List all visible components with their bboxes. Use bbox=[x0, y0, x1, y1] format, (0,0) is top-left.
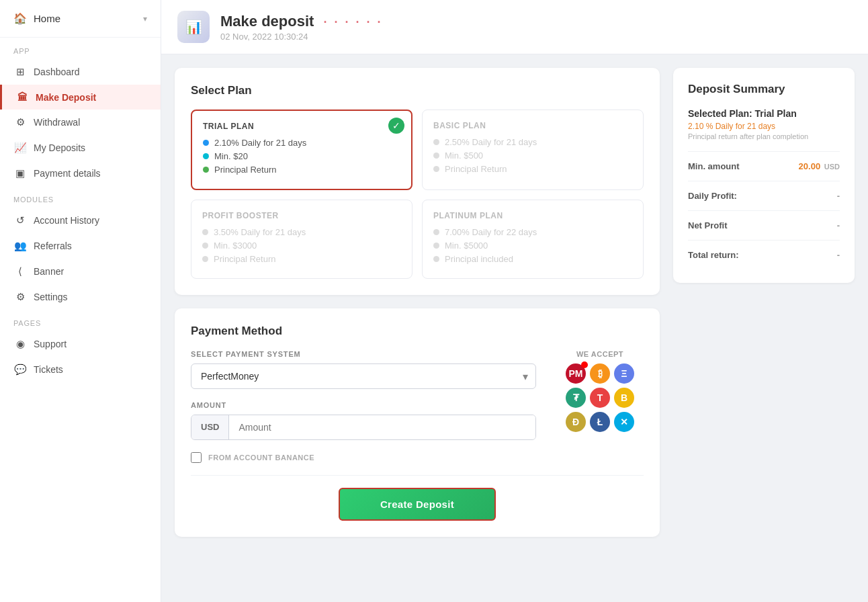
crypto-icon-usdt: ₮ bbox=[566, 388, 586, 408]
summary-divider-3 bbox=[688, 210, 840, 211]
payment-system-section: SELECT PAYMENT SYSTEM PerfectMoney Bitco… bbox=[191, 350, 536, 389]
crypto-icon-trx: T bbox=[590, 388, 610, 408]
sidebar-item-withdrawal[interactable]: ⚙ Withdrawal bbox=[0, 110, 161, 135]
plan-selected-check: ✓ bbox=[388, 118, 404, 134]
payment-left: SELECT PAYMENT SYSTEM PerfectMoney Bitco… bbox=[191, 350, 536, 463]
plan-dot bbox=[433, 139, 439, 145]
payment-select-wrapper: PerfectMoney Bitcoin Ethereum Tether TRO… bbox=[191, 363, 536, 389]
sidebar-item-payment-details[interactable]: ▣ Payment details bbox=[0, 161, 161, 186]
sidebar-item-settings[interactable]: ⚙ Settings bbox=[0, 284, 161, 310]
sidebar-home[interactable]: 🏠 Home ▾ bbox=[0, 0, 161, 38]
payment-system-label: SELECT PAYMENT SYSTEM bbox=[191, 350, 536, 358]
sidebar-item-tickets[interactable]: 💬 Tickets bbox=[0, 357, 161, 382]
net-profit-value: - bbox=[837, 220, 840, 230]
from-balance-row: FROM ACCOUNT BANANCE bbox=[191, 452, 536, 463]
sidebar-item-label: Support bbox=[34, 339, 67, 349]
card-divider bbox=[191, 475, 644, 476]
plan-feature-3: Principal Return bbox=[202, 254, 401, 264]
content-area: Select Plan TRIAL PLAN 2.10% Daily for 2… bbox=[161, 54, 868, 602]
sidebar-item-make-deposit[interactable]: 🏛 Make Deposit bbox=[0, 85, 161, 110]
plan-name-profit-booster: PROFIT BOOSTER bbox=[202, 211, 401, 220]
net-profit-label: Net Profit bbox=[688, 220, 728, 230]
plan-feature-3: Principal Return bbox=[203, 165, 400, 175]
plan-card-profit-booster[interactable]: PROFIT BOOSTER 3.50% Daily for 21 days M… bbox=[191, 200, 413, 279]
plan-feature-2: Min. $5000 bbox=[433, 241, 632, 251]
summary-divider-1 bbox=[688, 151, 840, 152]
summary-divider-2 bbox=[688, 181, 840, 181]
sidebar-item-label: Dashboard bbox=[34, 67, 80, 77]
sidebar-item-label: Banner bbox=[34, 266, 64, 277]
sidebar-item-label: Tickets bbox=[34, 364, 63, 375]
plan-feature-2: Min. $20 bbox=[203, 151, 400, 161]
dashboard-icon: ⊞ bbox=[13, 66, 27, 78]
plan-card-trial[interactable]: TRIAL PLAN 2.10% Daily for 21 days Min. … bbox=[191, 110, 413, 190]
crypto-icon-xrp: ✕ bbox=[614, 412, 634, 432]
amount-prefix: USD bbox=[191, 415, 229, 439]
crypto-icon-doge: Ð bbox=[566, 412, 586, 432]
plan-dot bbox=[433, 243, 439, 249]
plan-dot bbox=[433, 229, 439, 235]
plan-feature-1: 3.50% Daily for 21 days bbox=[202, 227, 401, 237]
sidebar-section-modules: Modules bbox=[0, 186, 161, 208]
plan-card-platinum[interactable]: PLATINUM PLAN 7.00% Daily for 22 days Mi… bbox=[422, 200, 644, 279]
from-balance-checkbox[interactable] bbox=[191, 452, 202, 463]
select-plan-card: Select Plan TRIAL PLAN 2.10% Daily for 2… bbox=[175, 68, 660, 295]
crypto-icon-eth: Ξ bbox=[614, 363, 634, 384]
crypto-icon-pm: PM bbox=[566, 363, 586, 384]
tickets-icon: 💬 bbox=[13, 363, 27, 376]
support-icon: ◉ bbox=[13, 338, 27, 350]
total-return-value: - bbox=[837, 250, 840, 260]
payment-details-icon: ▣ bbox=[13, 167, 27, 179]
sidebar-home-label: Home bbox=[34, 13, 60, 24]
summary-daily-profit-row: Daily Profit: - bbox=[688, 191, 840, 201]
sidebar-item-label: Make Deposit bbox=[36, 92, 96, 103]
sidebar-item-label: Referrals bbox=[34, 241, 72, 251]
summary-plan-note: Principal return after plan completion bbox=[688, 132, 840, 140]
plan-name-trial: TRIAL PLAN bbox=[203, 122, 400, 131]
left-panel: Select Plan TRIAL PLAN 2.10% Daily for 2… bbox=[175, 68, 660, 589]
sidebar-item-support[interactable]: ◉ Support bbox=[0, 331, 161, 357]
from-balance-label: FROM ACCOUNT BANANCE bbox=[208, 454, 314, 462]
plan-dot bbox=[203, 167, 209, 173]
plan-dot bbox=[203, 140, 209, 146]
payment-system-select[interactable]: PerfectMoney Bitcoin Ethereum Tether TRO… bbox=[191, 363, 536, 389]
plan-dot bbox=[202, 256, 208, 262]
plan-feature-1: 2.10% Daily for 21 days bbox=[203, 138, 400, 148]
amount-input[interactable] bbox=[229, 415, 535, 439]
crypto-icons-grid: PM ₿ Ξ ₮ T B Ð Ł ✕ bbox=[556, 363, 644, 432]
plan-name-platinum: PLATINUM PLAN bbox=[433, 211, 632, 220]
sidebar-item-dashboard[interactable]: ⊞ Dashboard bbox=[0, 59, 161, 85]
sidebar-item-label: My Deposits bbox=[34, 142, 85, 153]
payment-method-card: Payment Method SELECT PAYMENT SYSTEM Per… bbox=[175, 308, 660, 537]
header-icon: 📊 bbox=[177, 11, 210, 43]
min-amount-label: Min. amount bbox=[688, 161, 740, 171]
deposit-summary-card: Deposit Summary Selected Plan: Trial Pla… bbox=[673, 68, 855, 283]
sidebar-item-label: Account History bbox=[34, 215, 99, 226]
plan-feature-1: 2.50% Daily for 21 days bbox=[433, 137, 632, 147]
summary-plan-detail: 2.10 % Daily for 21 days bbox=[688, 122, 840, 131]
create-deposit-button[interactable]: Create Deposit bbox=[339, 488, 496, 521]
sidebar-item-banner[interactable]: ⟨ Banner bbox=[0, 259, 161, 284]
sidebar-item-my-deposits[interactable]: 📈 My Deposits bbox=[0, 135, 161, 161]
summary-net-profit-row: Net Profit - bbox=[688, 220, 840, 230]
plan-feature-2: Min. $3000 bbox=[202, 241, 401, 251]
payment-method-title: Payment Method bbox=[191, 325, 644, 338]
sidebar-item-label: Payment details bbox=[34, 168, 101, 179]
plan-feature-3: Principal included bbox=[433, 254, 632, 264]
daily-profit-value: - bbox=[837, 191, 840, 201]
plans-grid: TRIAL PLAN 2.10% Daily for 21 days Min. … bbox=[191, 110, 644, 279]
amount-label: AMOUNT bbox=[191, 401, 536, 409]
account-history-icon: ↺ bbox=[13, 214, 27, 226]
sidebar: 🏠 Home ▾ App ⊞ Dashboard 🏛 Make Deposit … bbox=[0, 0, 161, 602]
sidebar-item-referrals[interactable]: 👥 Referrals bbox=[0, 233, 161, 259]
plan-feature-1: 7.00% Daily for 22 days bbox=[433, 227, 632, 237]
main-content: 📊 Make deposit · · · · · · 02 Nov, 2022 … bbox=[161, 0, 868, 602]
total-return-label: Total return: bbox=[688, 250, 739, 260]
sidebar-item-account-history[interactable]: ↺ Account History bbox=[0, 208, 161, 233]
amount-row: USD bbox=[191, 415, 536, 440]
payment-row: SELECT PAYMENT SYSTEM PerfectMoney Bitco… bbox=[191, 350, 644, 463]
summary-divider-4 bbox=[688, 240, 840, 241]
plan-feature-3: Principal Return bbox=[433, 164, 632, 174]
plan-card-basic[interactable]: BASIC PLAN 2.50% Daily for 21 days Min. … bbox=[422, 110, 644, 190]
plan-dot bbox=[433, 153, 439, 159]
